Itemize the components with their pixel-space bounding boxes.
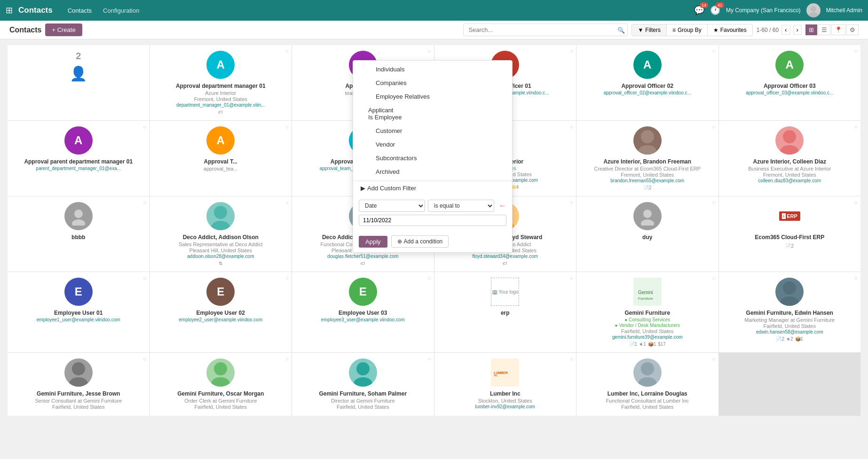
- star-icon[interactable]: ○: [854, 48, 858, 54]
- your-logo: 🏢 Your logo: [491, 278, 519, 306]
- contact-name: Approval Officer 03: [764, 83, 816, 89]
- condition-select[interactable]: is equal to is equal to: [428, 200, 494, 212]
- star-icon[interactable]: ○: [570, 48, 573, 54]
- contact-card[interactable]: 🏢 Your logo erp ○: [434, 272, 576, 352]
- next-page-button[interactable]: ›: [793, 25, 802, 35]
- star-icon[interactable]: ○: [854, 275, 858, 281]
- filter-individuals[interactable]: Individuals: [353, 62, 512, 76]
- contact-logo: LUMBER INC: [491, 358, 519, 387]
- map-view-button[interactable]: 📍: [831, 24, 845, 35]
- contact-card[interactable]: A Approval Officer 03 approval_officer_0…: [719, 45, 861, 120]
- contact-card[interactable]: Deco Addict, Addison Olson Sales Represe…: [150, 196, 292, 272]
- app-grid-icon[interactable]: ⊞: [6, 5, 13, 16]
- svg-point-0: [811, 6, 816, 12]
- star-icon[interactable]: ○: [712, 48, 715, 54]
- settings-view-button[interactable]: ⚙: [846, 24, 859, 35]
- filter-customer[interactable]: Customer: [353, 124, 512, 138]
- add-custom-filter-row[interactable]: ▶ Add Custom Filter: [353, 181, 512, 195]
- date-field-select[interactable]: Date Date: [359, 200, 425, 212]
- contact-card[interactable]: A Approval parent department manager 01 …: [8, 121, 150, 196]
- star-icon[interactable]: ○: [570, 199, 573, 206]
- filter-vendor[interactable]: Vendor: [353, 138, 512, 151]
- contact-name: erp: [501, 310, 510, 316]
- nav-configuration[interactable]: Configuration: [99, 5, 143, 16]
- star-icon[interactable]: ○: [712, 124, 715, 130]
- star-icon[interactable]: ○: [143, 275, 146, 281]
- contact-role: Senior Consultant at Gemini Furniture: [35, 398, 122, 404]
- star-icon[interactable]: ○: [712, 199, 715, 206]
- contact-card[interactable]: Gemini Furniture Gemini Furniture ● Cons…: [576, 272, 718, 352]
- star-icon[interactable]: ○: [427, 275, 431, 281]
- prev-page-button[interactable]: ‹: [781, 25, 790, 35]
- search-input[interactable]: [463, 23, 628, 36]
- star-icon[interactable]: ○: [143, 199, 146, 206]
- contact-role: Marketing Manager at Gemini Furniture: [744, 317, 835, 323]
- contact-card[interactable]: Gemini Furniture, Soham Palmer Director …: [292, 353, 434, 416]
- contact-card[interactable]: bbbb ○: [8, 196, 150, 272]
- contact-card[interactable]: 2 👤: [8, 45, 150, 120]
- star-icon[interactable]: ○: [285, 48, 289, 54]
- contact-card[interactable]: A Approval Officer 02 approval_officer_0…: [576, 45, 718, 120]
- contact-card[interactable]: Azure Interior, Colleen Diaz Business Ex…: [719, 121, 861, 196]
- contact-card[interactable]: i ERP Ecom365 Cloud-First ERP 📄2 ○: [719, 196, 861, 272]
- chevron-right-icon: ▶: [361, 185, 365, 192]
- favourites-button[interactable]: ★ Favourites: [708, 24, 752, 36]
- star-icon[interactable]: ○: [285, 275, 289, 281]
- contact-card[interactable]: LUMBER INC Lumber Inc Stockton, United S…: [434, 353, 576, 416]
- contact-card[interactable]: Lumber Inc, Lorraine Douglas Functional …: [576, 353, 718, 416]
- group-by-button[interactable]: ≡ Group By: [667, 24, 708, 36]
- filter-applicant[interactable]: Applicant Is Employee: [353, 103, 512, 124]
- contact-org: Azure Interior: [205, 90, 236, 96]
- star-icon[interactable]: ○: [143, 124, 146, 130]
- grid-view-button[interactable]: ⊞: [805, 24, 817, 35]
- star-icon[interactable]: ○: [570, 356, 573, 362]
- filter-employee-relatives[interactable]: Employee Relatives: [353, 90, 512, 103]
- company-name: My Company (San Francisco): [726, 7, 801, 14]
- contact-card[interactable]: E Employee User 02 employee2_user@exampl…: [150, 272, 292, 352]
- contact-card[interactable]: A Approval T... approval_tea... ○: [150, 121, 292, 196]
- star-icon[interactable]: ○: [570, 275, 573, 281]
- contact-card[interactable]: Gemini Furniture, Jesse Brown Senior Con…: [8, 353, 150, 416]
- add-condition-button[interactable]: ⊕ Add a condition: [391, 235, 449, 248]
- contact-card[interactable]: duy ○: [576, 196, 718, 272]
- date-value-input[interactable]: [359, 215, 506, 226]
- messages-icon-btn[interactable]: 💬 14: [694, 5, 704, 16]
- apply-button[interactable]: Apply: [359, 236, 387, 248]
- contact-card[interactable]: Gemini Furniture, Oscar Morgan Order Cle…: [150, 353, 292, 416]
- star-icon[interactable]: ○: [570, 124, 573, 130]
- contact-card[interactable]: E Employee User 01 employee1_user@exampl…: [8, 272, 150, 352]
- nav-contacts[interactable]: Contacts: [64, 5, 95, 16]
- contact-card[interactable]: E Employee User 03 employee3_user@exampl…: [292, 272, 434, 352]
- contact-detail: approval_tea...: [204, 166, 238, 171]
- star-icon[interactable]: ○: [854, 124, 858, 130]
- star-icon[interactable]: ○: [854, 199, 858, 206]
- contact-email: department_manager_01@example.viiin...: [176, 102, 265, 108]
- filters-button[interactable]: ▼ Filters: [632, 24, 667, 36]
- star-icon[interactable]: ○: [712, 275, 715, 281]
- filter-companies[interactable]: Companies: [353, 76, 512, 90]
- activity-badge: 41: [716, 2, 724, 8]
- contact-name: Gemini Furniture, Soham Palmer: [319, 390, 407, 397]
- star-icon[interactable]: ○: [143, 356, 146, 362]
- star-icon[interactable]: ○: [285, 124, 289, 130]
- list-view-button[interactable]: ☰: [818, 24, 830, 35]
- contact-card[interactable]: Azure Interior, Brandon Freeman Creative…: [576, 121, 718, 196]
- star-icon[interactable]: ○: [285, 356, 289, 362]
- contact-name: Gemini Furniture, Jesse Brown: [37, 390, 120, 397]
- contact-location: Fremont, United States: [621, 172, 674, 178]
- contact-name: Approval department manager 01: [176, 83, 266, 89]
- search-icon[interactable]: 🔍: [617, 26, 625, 33]
- filter-subcontractors[interactable]: Subcontractors: [353, 151, 512, 165]
- contact-avatar: E: [349, 278, 377, 306]
- star-icon[interactable]: ○: [285, 199, 289, 206]
- activity-icon-btn[interactable]: 🕐 41: [710, 5, 720, 16]
- contact-card[interactable]: Gemini Furniture, Edwin Hansen Marketing…: [719, 272, 861, 352]
- contact-card[interactable]: A Approval department manager 01 Azure I…: [150, 45, 292, 120]
- user-avatar[interactable]: [806, 3, 821, 17]
- star-icon[interactable]: ○: [712, 356, 715, 362]
- star-icon[interactable]: ○: [427, 48, 431, 54]
- star-icon[interactable]: ○: [427, 356, 431, 362]
- top-nav: ⊞ Contacts Contacts Configuration 💬 14 🕐…: [0, 0, 868, 21]
- filter-archived[interactable]: Archived: [353, 165, 512, 179]
- create-button[interactable]: + Create: [45, 23, 82, 36]
